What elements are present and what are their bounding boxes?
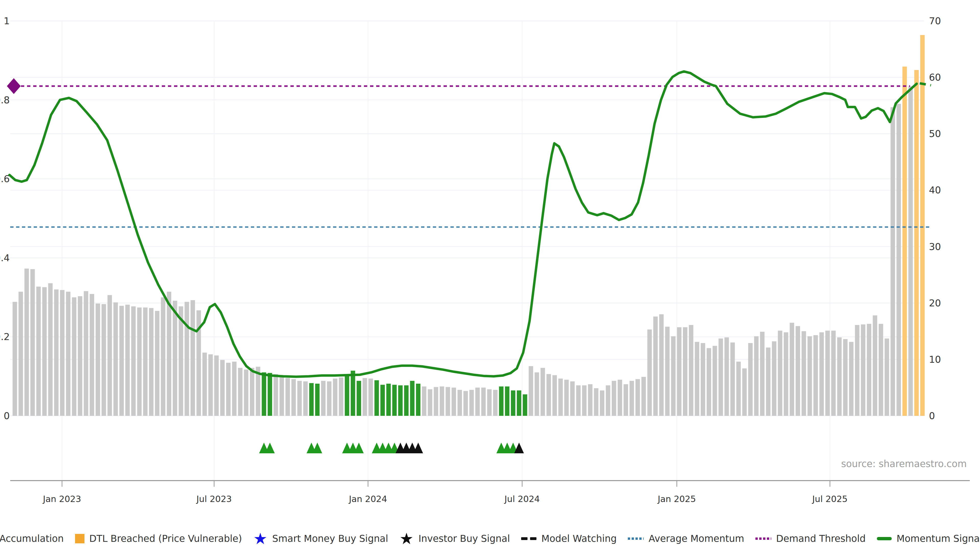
left-axis-tick-label: 0.2: [0, 331, 10, 342]
close-price-bar: [155, 311, 159, 416]
accumulation-bar: [404, 386, 409, 416]
legend-label: Average Momentum: [649, 533, 744, 544]
close-price-bar: [641, 377, 646, 416]
close-price-bar: [280, 376, 284, 416]
close-price-bar: [89, 294, 94, 416]
left-axis-tick-label: 1: [3, 16, 10, 27]
close-price-bar: [689, 325, 694, 416]
close-price-bar: [107, 295, 112, 416]
x-axis-tick-label: Jan 2025: [657, 494, 696, 504]
close-price-bar: [339, 378, 344, 416]
close-price-bar: [487, 389, 492, 416]
blue-dotted-line-icon: [628, 537, 644, 540]
black-star-icon: ★: [399, 534, 414, 544]
close-price-bar: [606, 386, 611, 416]
accumulation-bar: [387, 384, 391, 416]
left-axis-tick-label: 0.6: [0, 173, 10, 184]
close-price-bar: [131, 306, 136, 416]
close-price-bar: [576, 386, 581, 416]
close-price-bar: [837, 338, 842, 416]
accumulation-bar: [374, 380, 379, 416]
right-axis-tick-label: 0: [929, 410, 935, 421]
close-price-bar: [885, 338, 889, 416]
close-price-bar: [659, 314, 664, 416]
legend-item-demand-threshold: Demand Threshold: [756, 533, 865, 544]
close-price-bar: [908, 86, 913, 416]
close-price-bar: [600, 390, 605, 416]
close-price-bar: [274, 374, 278, 416]
accumulation-bar: [345, 375, 349, 416]
close-price-bar: [891, 107, 895, 416]
x-axis-tick-label: Jul 2023: [196, 494, 232, 504]
accumulation-bar: [499, 386, 504, 416]
close-price-bar: [819, 332, 824, 416]
close-price-bar: [493, 390, 498, 416]
close-price-bar: [66, 292, 70, 416]
close-price-bar: [125, 305, 130, 416]
close-price-bar: [760, 332, 765, 416]
x-axis-tick-label: Jan 2023: [42, 494, 81, 504]
legend-label: Model Watching: [541, 533, 617, 544]
close-price-bar: [582, 386, 587, 416]
close-price-bar: [665, 327, 670, 416]
legend-item-investor-buy: ★ Investor Buy Signal: [399, 533, 510, 544]
legend-item-model-watching: Model Watching: [521, 533, 617, 544]
close-price-bar: [748, 343, 753, 416]
legend-item-momentum-signal: Momentum Signal: [877, 533, 980, 544]
left-axis-tick-label: 0.4: [0, 252, 10, 264]
close-price-bar: [113, 303, 118, 416]
close-price-bar: [861, 324, 865, 416]
close-price-bar: [78, 296, 83, 416]
dtl-breached-bar: [920, 35, 925, 416]
close-price-bar: [671, 336, 676, 416]
right-axis-tick-label: 70: [929, 16, 941, 27]
close-price-bar: [552, 375, 557, 416]
close-price-bar: [653, 317, 658, 416]
legend-label: DTL Breached (Price Vulnerable): [89, 533, 242, 544]
left-axis-tick-label: 0.8: [0, 95, 10, 106]
close-price-bar: [36, 287, 41, 416]
close-price-bar: [624, 384, 628, 416]
close-price-bar: [445, 387, 450, 416]
close-price-bar: [558, 379, 563, 416]
close-price-bar: [701, 343, 705, 416]
close-price-bar: [612, 381, 616, 416]
close-price-bar: [452, 387, 456, 416]
close-price-bar: [220, 360, 225, 416]
close-price-bar: [808, 336, 812, 416]
close-price-bar: [796, 326, 800, 416]
source-credit: source: sharemaestro.com: [841, 458, 967, 469]
close-price-bar: [286, 378, 290, 416]
x-axis-tick-label: Jul 2024: [504, 494, 540, 504]
close-price-bar: [18, 292, 23, 416]
close-price-bar: [677, 327, 682, 416]
right-axis-tick-label: 10: [929, 354, 941, 365]
close-price-bar: [617, 380, 622, 416]
legend-label: Accumulation: [0, 533, 64, 544]
accumulation-bar: [380, 385, 385, 416]
chart-plot-area: Jan 2023Jul 2023Jan 2024Jul 2024Jan 2025…: [0, 0, 980, 551]
close-price-bar: [481, 387, 486, 416]
close-price-bar: [202, 353, 207, 416]
legend-item-average-momentum: Average Momentum: [628, 533, 744, 544]
x-axis-tick-label: Jan 2024: [348, 494, 387, 504]
blue-star-icon: ★: [253, 534, 267, 544]
right-axis-tick-label: 40: [929, 185, 941, 196]
chart-legend: Close Price Accumulation DTL Breached (P…: [0, 533, 980, 544]
close-price-bar: [718, 338, 723, 416]
right-axis-tick-label: 50: [929, 128, 941, 139]
x-axis-tick-label: Jul 2025: [812, 494, 848, 504]
legend-label: Investor Buy Signal: [418, 533, 510, 544]
close-price-bar: [754, 336, 759, 416]
close-price-bar: [695, 342, 699, 416]
close-price-bar: [831, 330, 836, 416]
dtl-breached-swatch-icon: [75, 534, 84, 543]
close-price-bar: [173, 301, 177, 416]
close-price-bar: [766, 348, 770, 416]
close-price-bar: [54, 289, 59, 416]
close-price-bar: [879, 324, 883, 416]
accumulation-bar: [315, 384, 320, 416]
close-price-bar: [303, 381, 308, 416]
accumulation-triangle-icon: [265, 443, 275, 453]
legend-item-dtl-breached: DTL Breached (Price Vulnerable): [75, 533, 242, 544]
